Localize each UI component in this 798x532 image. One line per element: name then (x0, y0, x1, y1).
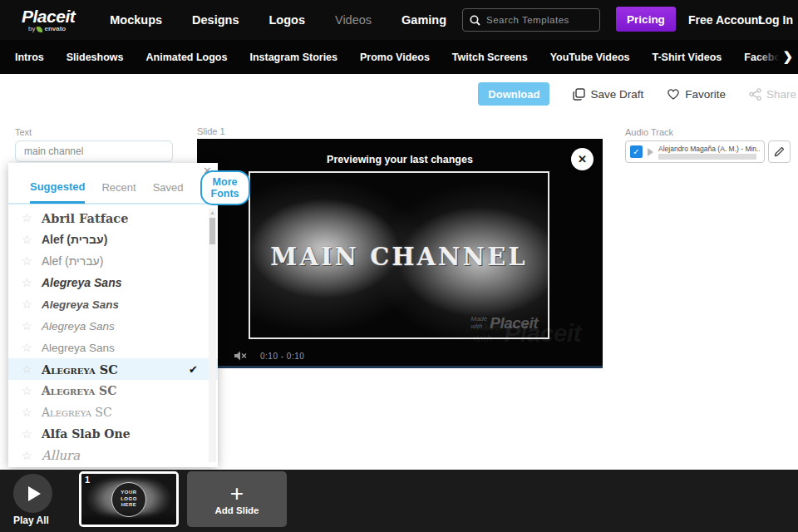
plus-icon: + (230, 484, 244, 504)
slide-label: Slide 1 (197, 126, 225, 136)
scrollbar-up-icon[interactable]: ▲ (209, 209, 216, 217)
font-list-item[interactable]: ☆ Alef (עברית) (8, 250, 218, 272)
star-icon[interactable]: ☆ (22, 427, 42, 441)
favorite-button[interactable]: Favorite (667, 88, 726, 101)
font-list-item[interactable]: ☆ Alegreya Sans (8, 272, 218, 293)
search-box[interactable] (462, 8, 600, 32)
font-picker-panel: ✕ Suggested Recent Saved More Fonts ☆ Ab… (8, 163, 218, 467)
time-display: 0:10 - 0:10 (260, 352, 304, 361)
video-title-text: MAIN CHANNEL (250, 243, 548, 271)
logo-envato: envato (44, 26, 66, 32)
download-button[interactable]: Download (478, 82, 549, 106)
video-progress-bar[interactable] (197, 366, 603, 368)
save-draft-button[interactable]: Save Draft (573, 88, 643, 101)
search-icon (470, 15, 480, 26)
font-list-item[interactable]: ☆ Allura (8, 445, 218, 466)
star-icon[interactable]: ☆ (22, 406, 42, 419)
audio-enabled-checkbox[interactable]: ✓ (630, 145, 643, 158)
font-list-item[interactable]: ☆ Alegreya Sans (8, 315, 218, 337)
copy-icon (573, 88, 585, 101)
font-list-item[interactable]: ☆ Abril Fatface (8, 207, 218, 229)
tab-suggested[interactable]: Suggested (30, 180, 85, 204)
slide-thumbnail-1[interactable]: 1 YOUR LOGO HERE (79, 471, 179, 527)
more-fonts-button[interactable]: More Fonts (200, 170, 250, 205)
video-player[interactable]: Previewing your last changes ✕ MAIN CHAN… (197, 139, 603, 368)
font-list-scrollbar[interactable]: ▲ (209, 209, 216, 462)
editor-toolbar: Download Save Draft Favorite Share (0, 80, 798, 108)
pricing-button[interactable]: Pricing (616, 7, 676, 32)
add-slide-button[interactable]: + Add Slide (187, 471, 287, 527)
slides-bottom-bar: Play All 1 YOUR LOGO HERE + Add Slide (0, 470, 798, 532)
subnav-animated-logos[interactable]: Animated Logos (146, 52, 228, 63)
preview-close-button[interactable]: ✕ (571, 148, 594, 170)
audio-track-name: Alejandro Magaña (A. M.) - Min... (658, 145, 760, 153)
subnav-youtube-videos[interactable]: YouTube Videos (550, 52, 630, 63)
heart-icon (667, 88, 680, 100)
search-input[interactable] (486, 15, 586, 25)
mute-icon[interactable] (234, 350, 247, 362)
tab-saved[interactable]: Saved (153, 181, 184, 202)
audio-track-label: Audio Track (625, 127, 673, 137)
font-list: ☆ Abril Fatface ☆ Alef (עברית) ☆ Alef (ע… (8, 207, 218, 466)
audio-track-control: ✓ Alejandro Magaña (A. M.) - Min... (625, 140, 765, 163)
audio-progress-bar[interactable] (658, 154, 756, 160)
star-icon[interactable]: ☆ (22, 276, 42, 289)
star-icon[interactable]: ☆ (22, 254, 42, 268)
font-list-item[interactable]: ☆ Alegreya Sans (8, 337, 218, 358)
share-icon (749, 88, 761, 101)
nav-item-logos[interactable]: Logos (268, 13, 305, 27)
font-list-item[interactable]: ☆ Alegreya SC (8, 401, 218, 423)
subnav-promo-videos[interactable]: Promo Videos (360, 52, 430, 63)
subnav-slideshows[interactable]: Slideshows (66, 52, 124, 63)
play-all-label: Play All (13, 515, 49, 526)
nav-item-mockups[interactable]: Mockups (110, 13, 162, 27)
star-icon[interactable]: ☆ (22, 362, 42, 376)
play-all-button[interactable] (13, 474, 52, 513)
envato-leaf-icon (37, 27, 42, 32)
font-list-item[interactable]: ☆ Alef (עברית) (8, 229, 218, 250)
placeit-editor-page: Placeit by envato Mockups Designs Logos … (0, 0, 798, 532)
nav-item-videos[interactable]: Videos (335, 13, 372, 27)
star-icon[interactable]: ☆ (22, 449, 42, 462)
font-list-item-selected[interactable]: ☆ Alegreya SC ✔ (8, 358, 218, 380)
tab-recent[interactable]: Recent (101, 181, 135, 202)
audio-edit-button[interactable] (768, 140, 791, 163)
font-list-item[interactable]: ☆ Alfa Slab One (8, 423, 218, 445)
text-field-label: Text (15, 127, 32, 137)
font-list-item[interactable]: ☆ Alegreya Sans (8, 293, 218, 315)
placeit-watermark-faint: Made with Placeit (474, 319, 581, 348)
play-icon (28, 486, 41, 501)
category-navbar: Intros Slideshows Animated Logos Instagr… (0, 40, 798, 74)
nav-item-designs[interactable]: Designs (192, 13, 239, 27)
star-icon[interactable]: ☆ (22, 319, 42, 332)
audio-meta: Alejandro Magaña (A. M.) - Min... (658, 145, 760, 160)
subnav-instagram-stories[interactable]: Instagram Stories (249, 52, 337, 63)
share-button[interactable]: Share (749, 88, 796, 101)
font-list-item[interactable]: ☆ Alegreya SC (8, 380, 218, 401)
star-icon[interactable]: ☆ (22, 211, 42, 224)
star-icon[interactable]: ☆ (22, 384, 42, 397)
free-account-link[interactable]: Free Account (688, 13, 762, 27)
video-canvas: MAIN CHANNEL Made with Placeit (249, 171, 549, 339)
star-icon[interactable]: ☆ (22, 341, 42, 354)
top-navbar: Placeit by envato Mockups Designs Logos … (0, 0, 798, 40)
placeit-logo[interactable]: Placeit by envato (22, 7, 75, 32)
text-input[interactable] (15, 140, 173, 162)
star-icon[interactable]: ☆ (22, 233, 42, 246)
login-link[interactable]: Log In (758, 13, 793, 27)
logo-by: by (28, 26, 35, 32)
subnav-scroll-right-icon[interactable]: ❯ (782, 49, 793, 64)
nav-item-gaming[interactable]: Gaming (401, 13, 446, 27)
favorite-label: Favorite (685, 88, 726, 101)
star-icon[interactable]: ☆ (22, 298, 42, 311)
subnav-twitch-screens[interactable]: Twitch Screens (452, 52, 528, 63)
audio-play-icon[interactable] (648, 148, 653, 156)
font-picker-tabs: Suggested Recent Saved More Fonts (8, 163, 218, 204)
subnav-intros[interactable]: Intros (15, 52, 44, 63)
pencil-icon (774, 146, 785, 157)
slide-number-badge: 1 (85, 475, 90, 485)
scrollbar-thumb[interactable] (209, 218, 215, 244)
your-logo-here-badge: YOUR LOGO HERE (111, 482, 146, 517)
subnav-tshirt-videos[interactable]: T-Shirt Videos (652, 52, 722, 63)
logo-subtext: by envato (22, 26, 75, 32)
